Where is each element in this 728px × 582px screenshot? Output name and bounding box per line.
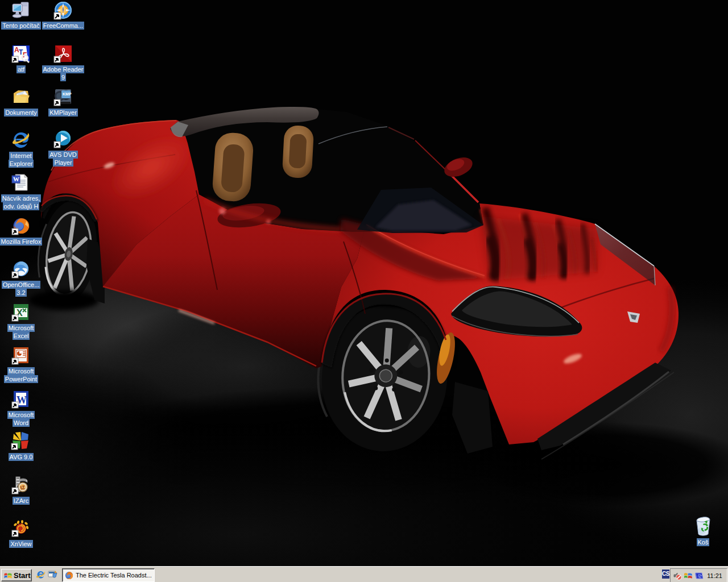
- svg-text:KMP: KMP: [63, 92, 72, 96]
- svg-text:W: W: [13, 176, 19, 182]
